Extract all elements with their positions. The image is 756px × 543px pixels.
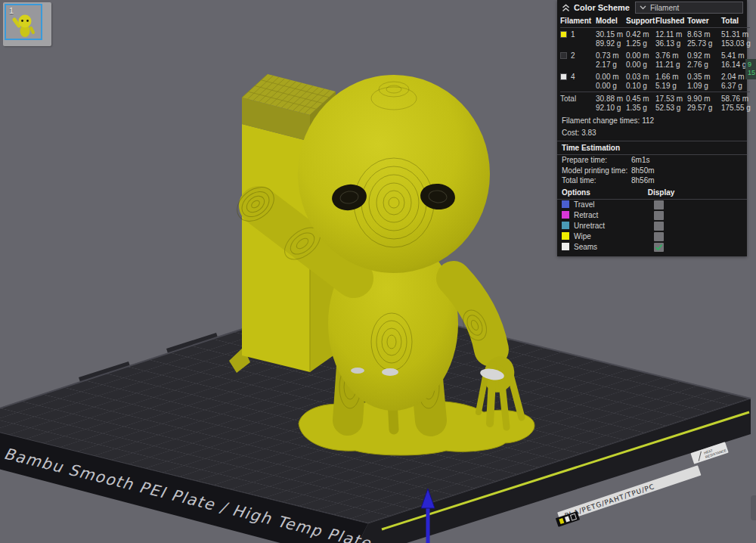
table-row-filament-id: 2 [560,49,596,70]
option-row-wipe: Wipe [557,231,747,242]
seams-checkbox[interactable] [654,243,664,252]
travel-checkbox[interactable] [654,200,664,209]
option-row-retract: Retract [557,210,747,221]
slice-stats-panel: Color Scheme Filament Filament Model Sup… [557,0,747,256]
panel-title: Color Scheme [574,3,630,12]
clipped-flyout-fragment: 9 15 [745,59,756,79]
unretract-checkbox[interactable] [654,222,664,231]
filament-swatch [560,52,567,59]
time-estimation-title: Time Estimation [557,141,747,155]
wipe-swatch [562,232,569,240]
view-mode-value: Filament [650,4,679,12]
filament-swatch [560,31,567,38]
support-collar [382,368,398,376]
collapse-panel-icon[interactable] [562,4,570,12]
display-title: Display [648,188,675,197]
filament-change-times: Filament change times: 112 [557,113,747,126]
col-header-total: Total [721,15,750,28]
clipped-edge-pill [751,495,756,520]
wipe-checkbox[interactable] [654,232,664,241]
support-collar [351,368,364,374]
option-row-unretract: Unretract [557,221,747,231]
col-header-flushed: Flushed [655,15,687,28]
view-mode-dropdown[interactable]: Filament [635,2,743,14]
plate-thumbnail-selection[interactable]: 1 [5,4,42,40]
col-header-model: Model [596,15,626,28]
option-row-travel: Travel [557,200,747,210]
chevron-down-icon [640,5,646,10]
table-row-filament-id: 1 [560,28,596,49]
plate-thumbnail-preview [9,10,39,40]
model-head [298,75,490,273]
col-header-tower: Tower [687,15,721,28]
col-header-support: Support [626,15,655,28]
unretract-swatch [562,222,569,229]
seams-swatch [562,243,569,250]
travel-swatch [562,200,569,208]
check-icon [655,244,663,251]
plate-thumbnail[interactable]: 1 [3,2,51,46]
filament-table: Filament Model Support Flushed Tower Tot… [557,15,747,113]
model-printing-time-row: Model printing time:8h50m [557,166,747,176]
filament-swatch [560,73,567,80]
retract-swatch [562,211,569,219]
total-time-row: Total time:8h56m [557,175,747,186]
cost: Cost: 3.83 [557,126,747,138]
option-row-seams: Seams [557,242,747,253]
options-title: Options [562,188,590,197]
table-row-filament-id: 4 [560,70,596,92]
col-header-filament: Filament [560,15,596,28]
prepare-time-row: Prepare time:6m1s [557,155,747,166]
retract-checkbox[interactable] [654,211,664,220]
table-total-label: Total [560,92,596,113]
